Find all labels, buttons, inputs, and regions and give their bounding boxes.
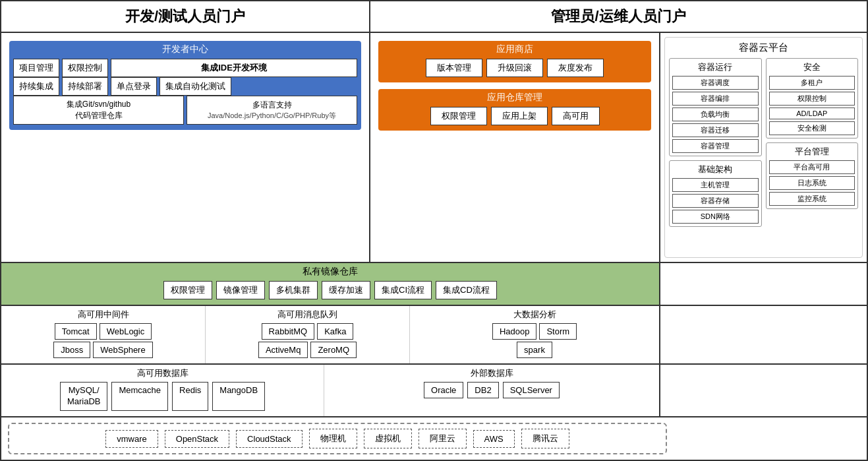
dev-row-2: 持续集成 持续部署 单点登录 集成自动化测试 xyxy=(13,77,357,96)
infra-tencent[interactable]: 腾讯云 xyxy=(521,429,569,448)
infra-openstack[interactable]: OpenStack xyxy=(165,430,229,448)
middleware-title: 高可用中间件 xyxy=(5,309,201,321)
app-version[interactable]: 版本管理 xyxy=(426,59,482,77)
db-redis[interactable]: Redis xyxy=(172,382,208,411)
private-mirror-title: 私有镜像仓库 xyxy=(7,266,654,278)
ha-db-items: MySQL/MariaDB Memcache Redis MangoDB xyxy=(7,382,318,411)
infra-vmware[interactable]: vmware xyxy=(105,430,158,448)
security-group: 安全 多租户 权限控制 AD/LDAP 安全检测 xyxy=(766,58,859,138)
mirror-manage[interactable]: 镜像管理 xyxy=(216,281,265,299)
platform-mgmt-group: 平台管理 平台高可用 日志系统 监控系统 xyxy=(766,142,859,209)
mirror-cache[interactable]: 缓存加速 xyxy=(322,281,370,299)
dev-center-title: 开发者中心 xyxy=(13,44,357,55)
app-store-title: 应用商店 xyxy=(382,44,647,55)
db-oracle[interactable]: Oracle xyxy=(424,382,463,398)
right-portal-title: 管理员/运维人员门户 xyxy=(370,1,867,32)
mw-weblogic[interactable]: WebLogic xyxy=(100,323,152,340)
bd-hadoop[interactable]: Hadoop xyxy=(492,323,537,340)
security-title: 安全 xyxy=(769,61,855,73)
mq-zeromq[interactable]: ZeroMQ xyxy=(310,342,357,358)
dev-box-git[interactable]: 集成Git/svn/github 代码管理仓库 xyxy=(13,96,184,125)
bd-spark[interactable]: spark xyxy=(517,342,552,358)
container-run-items: 容器调度 容器编排 负载均衡 容器迁移 容器管理 xyxy=(672,76,759,153)
infra-vm[interactable]: 虚拟机 xyxy=(364,429,412,448)
app-store: 应用商店 版本管理 升级回滚 灰度发布 xyxy=(378,41,651,82)
infra-items: 主机管理 容器存储 SDN网络 xyxy=(672,178,759,224)
external-db-section: 外部数据库 Oracle DB2 SQLServer xyxy=(324,365,660,416)
cloud-platform-grid: 容器运行 容器调度 容器编排 负载均衡 容器迁移 容器管理 基础架构 xyxy=(669,58,858,250)
ext-db-title: 外部数据库 xyxy=(330,367,654,379)
cloud-item-orchestrate[interactable]: 容器编排 xyxy=(672,92,759,106)
security-items: 多租户 权限控制 AD/LDAP 安全检测 xyxy=(769,76,855,135)
cloud-item-schedule[interactable]: 容器调度 xyxy=(672,76,759,90)
middle-sections-row: 高可用中间件 Tomcat WebLogic Jboss WebSphere 高… xyxy=(1,306,867,365)
cloud-item-storage[interactable]: 容器存储 xyxy=(672,194,759,208)
big-data-section: 大数据分析 Hadoop Storm spark xyxy=(410,306,660,363)
app-warehouse: 应用仓库管理 权限管理 应用上架 高可用 xyxy=(378,89,651,131)
infra-physical[interactable]: 物理机 xyxy=(309,429,357,448)
dev-row-3: 集成Git/svn/github 代码管理仓库 多语言支持 Java/Node.… xyxy=(13,96,357,125)
cloud-item-manage[interactable]: 容器管理 xyxy=(672,139,759,153)
cloud-item-migrate[interactable]: 容器迁移 xyxy=(672,123,759,137)
infra-section: vmware OpenStack CloudStack 物理机 虚拟机 阿里云 … xyxy=(1,417,867,460)
cloud-platform-title: 容器云平台 xyxy=(669,42,858,54)
dev-box-cd[interactable]: 持续部署 xyxy=(62,77,108,96)
mirror-cd[interactable]: 集成CD流程 xyxy=(436,281,497,299)
cloud-item-lb[interactable]: 负载均衡 xyxy=(672,108,759,121)
cloud-item-log[interactable]: 日志系统 xyxy=(769,176,855,190)
warehouse-auth[interactable]: 权限管理 xyxy=(430,107,487,125)
app-gray[interactable]: 灰度发布 xyxy=(547,59,604,77)
mq-rabbit[interactable]: RabbitMQ xyxy=(262,323,315,340)
portal-title-row: 开发/测试人员门户 管理员/运维人员门户 xyxy=(1,1,867,33)
mw-jboss[interactable]: Jboss xyxy=(53,342,90,358)
db-sqlserver[interactable]: SQLServer xyxy=(503,382,560,398)
dev-box-ide[interactable]: 集成IDE开发环境 xyxy=(111,59,357,77)
db-mongo[interactable]: MangoDB xyxy=(212,382,265,411)
infra-aws[interactable]: AWS xyxy=(473,430,515,448)
warehouse-publish[interactable]: 应用上架 xyxy=(491,107,548,125)
mw-tomcat[interactable]: Tomcat xyxy=(55,323,97,340)
dev-box-sso[interactable]: 单点登录 xyxy=(111,77,157,96)
cloud-item-tenant[interactable]: 多租户 xyxy=(769,76,855,90)
dev-row-1: 项目管理 权限控制 集成IDE开发环境 xyxy=(13,59,357,77)
mw-websphere[interactable]: WebSphere xyxy=(93,342,152,358)
infra-dashed-container: vmware OpenStack CloudStack 物理机 虚拟机 阿里云 … xyxy=(8,423,667,454)
mq-activemq[interactable]: ActiveMq xyxy=(258,342,308,358)
right-content: 容器云平台 容器运行 容器调度 容器编排 负载均衡 容器迁移 容器管 xyxy=(660,33,867,262)
middle-content: 应用商店 版本管理 升级回滚 灰度发布 应用仓库管理 权限管理 应用上架 高可用 xyxy=(370,33,660,262)
infra-aliyun[interactable]: 阿里云 xyxy=(419,429,467,448)
mq-row-1: RabbitMQ Kafka xyxy=(210,323,405,340)
cloud-item-ldap[interactable]: AD/LDAP xyxy=(769,108,855,119)
ha-db-section: 高可用数据库 MySQL/MariaDB Memcache Redis Mang… xyxy=(1,365,324,416)
cloud-left: 容器运行 容器调度 容器编排 负载均衡 容器迁移 容器管理 基础架构 xyxy=(669,58,762,250)
app-upgrade[interactable]: 升级回滚 xyxy=(486,59,543,77)
db-memcache[interactable]: Memcache xyxy=(111,382,168,411)
dev-box-auth[interactable]: 权限控制 xyxy=(62,59,108,77)
cloud-item-sdn[interactable]: SDN网络 xyxy=(672,210,759,224)
mirror-cluster[interactable]: 多机集群 xyxy=(269,281,318,299)
middleware-row-1: Tomcat WebLogic xyxy=(5,323,201,340)
dev-box-multilang[interactable]: 多语言支持 Java/Node.js/Python/C/Go/PHP/Ruby等 xyxy=(187,96,357,125)
cloud-right: 安全 多租户 权限控制 AD/LDAP 安全检测 平台管理 xyxy=(766,58,859,250)
db-mysql[interactable]: MySQL/MariaDB xyxy=(60,382,108,411)
mq-kafka[interactable]: Kafka xyxy=(317,323,353,340)
warehouse-ha[interactable]: 高可用 xyxy=(552,107,600,125)
cloud-platform-wrapper: 容器云平台 容器运行 容器调度 容器编排 负载均衡 容器迁移 容器管 xyxy=(664,37,863,258)
db-db2[interactable]: DB2 xyxy=(467,382,498,398)
cloud-item-host[interactable]: 主机管理 xyxy=(672,178,759,192)
private-mirror-right-space xyxy=(660,263,867,305)
mirror-ci[interactable]: 集成CI流程 xyxy=(374,281,432,299)
left-portal-title: 开发/测试人员门户 xyxy=(1,1,370,32)
dev-box-ci[interactable]: 持续集成 xyxy=(13,77,59,96)
big-data-title: 大数据分析 xyxy=(414,309,655,321)
infra-cloudstack[interactable]: CloudStack xyxy=(236,430,302,448)
mirror-auth[interactable]: 权限管理 xyxy=(163,281,212,299)
cloud-item-platform-ha[interactable]: 平台高可用 xyxy=(769,160,855,174)
cloud-item-auth[interactable]: 权限控制 xyxy=(769,92,855,106)
container-run-group: 容器运行 容器调度 容器编排 负载均衡 容器迁移 容器管理 xyxy=(669,58,762,156)
cloud-item-monitor[interactable]: 监控系统 xyxy=(769,192,855,206)
dev-box-autotest[interactable]: 集成自动化测试 xyxy=(159,77,231,96)
cloud-item-security[interactable]: 安全检测 xyxy=(769,121,855,135)
bd-storm[interactable]: Storm xyxy=(539,323,577,340)
dev-box-project[interactable]: 项目管理 xyxy=(13,59,59,77)
